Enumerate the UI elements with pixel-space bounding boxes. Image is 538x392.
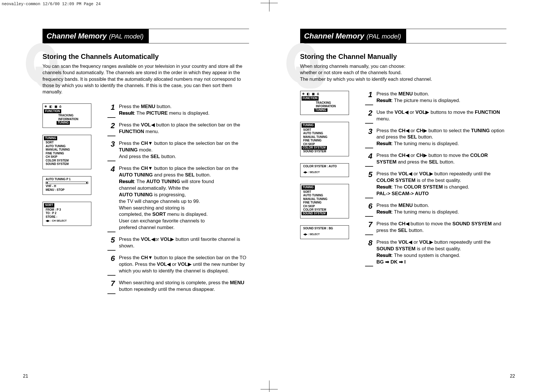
osd-item: SORT bbox=[302, 128, 348, 132]
osd-footer: ◀▶ : CH SELECT bbox=[44, 219, 90, 222]
osd-auto-tuning: AUTO TUNING P 1 VHF - H MENU : STOP bbox=[43, 176, 91, 195]
step-number: 5 bbox=[108, 236, 115, 249]
osd-item: AUTO TUNING bbox=[302, 132, 348, 135]
step-text: Press the VOL◀ button to place the selec… bbox=[119, 122, 249, 135]
osd-item: FINE TUNING bbox=[302, 139, 348, 143]
step: 7Press the CH◀ button to move the SOUND … bbox=[366, 221, 507, 234]
osd-header: TUNING bbox=[302, 185, 315, 190]
step-number: 8 bbox=[366, 239, 373, 266]
osd-item: MANUAL TUNING bbox=[302, 135, 348, 139]
page-number: 22 bbox=[510, 374, 515, 379]
osd-item-highlight: SOUND SYSTEM bbox=[302, 212, 327, 216]
step-text: Press the VOL◀ or VOL▶ button repeatedly… bbox=[377, 239, 507, 266]
step-number: 3 bbox=[366, 128, 373, 147]
osd-item: SOUND SYSTEM bbox=[44, 162, 90, 166]
step-text: Press the VOL◀ or VOL▶ button repeatedly… bbox=[377, 171, 507, 197]
osd-color-system: COLOR SYSTEM : AUTO ◀▶ : SELECT bbox=[300, 163, 349, 177]
step-text: Press the MENU button.Result: The pictur… bbox=[377, 91, 460, 104]
step-number: 4 bbox=[366, 152, 373, 166]
step: 7When searching and storing is complete,… bbox=[108, 280, 249, 293]
osd-line: AUTO TUNING P 1 bbox=[44, 178, 90, 181]
step-number: 7 bbox=[108, 280, 115, 293]
osd-line: SOUND SYSTEM : BG bbox=[302, 227, 348, 230]
osd-item: SORT bbox=[302, 190, 348, 194]
intro-text: When storing channels manually, you can … bbox=[300, 63, 507, 82]
osd-item: STORE : bbox=[44, 215, 90, 219]
osd-header: SORT bbox=[44, 203, 54, 207]
osd-header: TUNING bbox=[302, 123, 315, 128]
osd-item: COLOR SYSTEM bbox=[44, 159, 90, 163]
step-text: Press the CH◀ or CH▶ button to select th… bbox=[377, 128, 507, 147]
title-main: Channel Memory bbox=[304, 32, 365, 41]
osd-item: SORT bbox=[44, 141, 90, 145]
osd-item: FINE TUNING bbox=[44, 152, 90, 155]
title-rule bbox=[406, 29, 506, 43]
osd-sort: SORT FROM : P 3 TO : P 2 STORE : ◀▶ : CH… bbox=[43, 202, 91, 226]
step-text: Press the CH◀ or CH▶ button to move the … bbox=[377, 152, 507, 166]
osd-header: TUNING bbox=[44, 136, 57, 141]
page-right: Channel Memory (PAL model) Storing the C… bbox=[269, 0, 538, 392]
step-text: Use the VOL◀ or VOL▶ buttons to move the… bbox=[377, 109, 507, 122]
title-sub: (PAL model) bbox=[367, 33, 401, 40]
osd-item: MANUAL TUNING bbox=[302, 197, 348, 201]
osd-item: INFORMATION bbox=[314, 105, 348, 108]
step-number: 4 bbox=[108, 165, 115, 231]
section-heading: Storing the Channel Manually bbox=[300, 53, 507, 61]
step: 5Press the VOL◀ or VOL▶ button repeatedl… bbox=[366, 171, 507, 197]
step: 3Press the CH▼ button to place the selec… bbox=[108, 140, 249, 160]
step-number: 3 bbox=[108, 140, 115, 160]
osd-item: CH SKIP bbox=[44, 155, 90, 159]
osd-item: SOUND SYSTEM bbox=[302, 150, 348, 153]
step: 4Press the CH◀ or CH▶ button to move the… bbox=[366, 152, 507, 166]
osd-item: FINE TUNING bbox=[302, 201, 348, 205]
step-text: Press the CH◀ button to move the SOUND S… bbox=[377, 221, 507, 234]
title-rule bbox=[149, 29, 249, 43]
step: 8Press the VOL◀ or VOL▶ button repeatedl… bbox=[366, 239, 507, 266]
step-number: 7 bbox=[366, 221, 373, 234]
title-block: Channel Memory (PAL model) bbox=[43, 29, 249, 43]
steps-list: 1Press the MENU button.Result: The PICTU… bbox=[108, 103, 249, 298]
step: 6Press the CH▼ button to place the selec… bbox=[108, 255, 249, 274]
osd-item: COLOR SYSTEM bbox=[302, 208, 348, 212]
section-heading: Storing the Channels Automatically bbox=[43, 53, 249, 61]
steps-list: 1Press the MENU button.Result: The pictu… bbox=[366, 91, 507, 271]
step: 4Press the CH▼ button to place the selec… bbox=[108, 165, 249, 231]
osd-item-highlight: COLOR SYSTEM bbox=[302, 146, 327, 150]
osd-item: INFORMATION bbox=[57, 118, 90, 121]
osd-item-highlight: TUNING bbox=[57, 121, 70, 125]
step-text: Press the CH▼ button to place the select… bbox=[119, 255, 249, 274]
osd-line: COLOR SYSTEM : AUTO bbox=[302, 165, 348, 168]
step-text: When searching and storing is complete, … bbox=[119, 280, 249, 293]
osd-icon-row: ✻ ◧ ▦ ⎙ bbox=[302, 92, 348, 97]
intro-text: You can scan the frequency ranges availa… bbox=[43, 63, 249, 95]
osd-item: AUTO TUNING bbox=[44, 145, 90, 148]
step-text: Press the MENU button.Result: The tuning… bbox=[377, 202, 459, 216]
step: 1Press the MENU button.Result: The PICTU… bbox=[108, 103, 249, 117]
osd-item-highlight: TUNING bbox=[314, 108, 327, 112]
osd-header: FUNCTION bbox=[44, 109, 61, 114]
osd-item: TO : P 2 bbox=[44, 212, 90, 215]
osd-line: VHF - H bbox=[44, 185, 90, 188]
step-text: Press the VOL◀or VOL▶ button until favor… bbox=[119, 236, 249, 249]
step-number: 5 bbox=[366, 171, 373, 197]
step: 5Press the VOL◀or VOL▶ button until favo… bbox=[108, 236, 249, 249]
step: 1Press the MENU button.Result: The pictu… bbox=[366, 91, 507, 104]
osd-footer: ◀▶ : SELECT bbox=[302, 168, 348, 174]
step-text: Press the MENU button.Result: The PICTUR… bbox=[119, 103, 209, 117]
osd-item: CH SKIP bbox=[302, 143, 348, 146]
step-text: Press the CH▼ button to place the select… bbox=[119, 140, 249, 160]
step: 2Use the VOL◀ or VOL▶ buttons to move th… bbox=[366, 109, 507, 122]
osd-item: TRACKING bbox=[57, 114, 90, 118]
step-number: 2 bbox=[108, 122, 115, 135]
osd-tuning: TUNING SORT AUTO TUNING MANUAL TUNING FI… bbox=[300, 122, 349, 156]
title-sub: (PAL model) bbox=[109, 33, 144, 40]
title-main: Channel Memory bbox=[47, 32, 107, 41]
osd-item: FROM : P 3 bbox=[44, 208, 90, 212]
osd-icon-row: ✻ ◧ ▦ ⎙ bbox=[44, 105, 90, 109]
osd-function: ✻ ◧ ▦ ⎙ FUNCTION TRACKING INFORMATION TU… bbox=[300, 91, 349, 115]
step-text: Press the CH▼ button to place the select… bbox=[119, 165, 249, 231]
page-left: Channel Memory (PAL model) Storing the C… bbox=[0, 0, 269, 392]
step-number: 2 bbox=[366, 109, 373, 122]
progress-bar-icon bbox=[46, 182, 88, 184]
osd-sound-system: SOUND SYSTEM : BG ◀▶ : SELECT bbox=[300, 225, 349, 239]
